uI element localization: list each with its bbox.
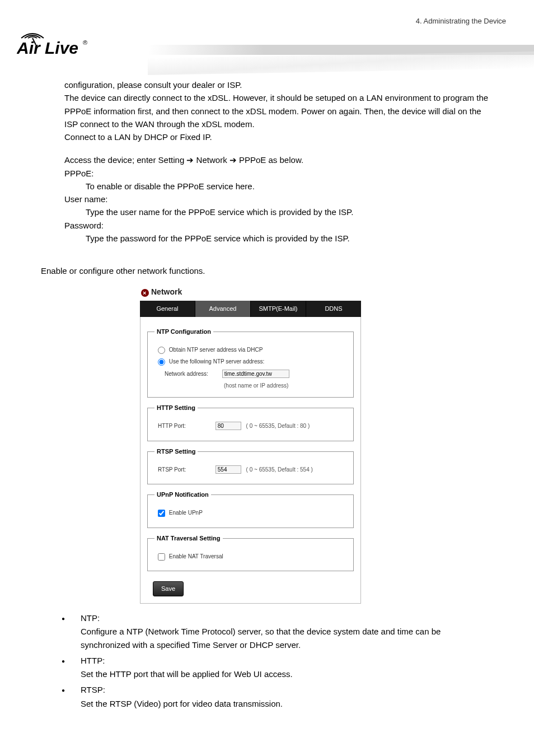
nat-label: Enable NAT Traversal — [169, 553, 223, 559]
brand-logo: Air Live ® — [17, 28, 90, 61]
chapter-label: 4. Administrating the Device — [416, 17, 506, 25]
panel-title-text: Network — [151, 287, 182, 296]
rtsp-port-input[interactable] — [216, 465, 241, 474]
password-text: Type the password for the PPPoE service … — [64, 232, 492, 245]
tab-advanced[interactable]: Advanced — [195, 301, 251, 317]
bullet-ntp-body: Configure a NTP (Network Time Protocol) … — [81, 625, 492, 651]
upnp-checkbox[interactable] — [158, 510, 165, 517]
svg-text:Air Live: Air Live — [17, 39, 78, 57]
header-swoosh — [148, 52, 534, 75]
text: Network — [194, 155, 229, 165]
bullet-icon: ● — [62, 654, 81, 681]
bullet-http-title: HTTP: — [81, 654, 492, 667]
nat-checkbox[interactable] — [158, 553, 165, 561]
upnp-fieldset: UPnP Notification Enable UPnP — [147, 490, 354, 528]
bullet-http-body: Set the HTTP port that will be applied f… — [81, 668, 492, 680]
panel-title: Network — [140, 283, 361, 301]
paragraph: The device can directly connect to the x… — [64, 91, 492, 130]
access-path-line: Access the device; enter Setting ➔ Netwo… — [64, 153, 492, 166]
pppoe-label: PPPoE: — [64, 167, 492, 180]
ntp-dhcp-label: Obtain NTP server address via DHCP — [169, 347, 263, 353]
ntp-fieldset: NTP Configuration Obtain NTP server addr… — [147, 327, 354, 398]
rtsp-legend: RTSP Setting — [154, 447, 198, 456]
username-text: Type the user name for the PPPoE service… — [64, 206, 492, 218]
upnp-label: Enable UPnP — [169, 510, 203, 516]
tab-smtp[interactable]: SMTP(E-Mail) — [251, 301, 306, 317]
text: PPPoE as below. — [237, 155, 303, 165]
rtsp-port-hint: ( 0 ~ 65535, Default : 554 ) — [246, 466, 313, 473]
tab-ddns[interactable]: DDNS — [306, 301, 361, 317]
network-settings-panel: Network General Advanced SMTP(E-Mail) DD… — [140, 283, 361, 604]
ntp-manual-label: Use the following NTP server address: — [169, 358, 264, 365]
nat-legend: NAT Traversal Setting — [154, 534, 223, 543]
pppoe-text: To enable or disable the PPPoE service h… — [64, 180, 492, 193]
bullet-rtsp-title: RTSP: — [81, 683, 492, 696]
rtsp-fieldset: RTSP Setting RTSP Port: ( 0 ~ 65535, Def… — [147, 447, 354, 485]
tab-general[interactable]: General — [140, 301, 195, 317]
bullet-icon: ● — [62, 612, 81, 651]
text: Access the device; enter Setting — [64, 155, 186, 165]
paragraph: Connect to a LAN by DHCP or Fixed IP. — [64, 130, 492, 143]
ntp-manual-radio[interactable] — [158, 358, 165, 366]
ntp-dhcp-radio[interactable] — [158, 347, 165, 354]
rtsp-port-label: RTSP Port: — [158, 465, 214, 474]
nat-fieldset: NAT Traversal Setting Enable NAT Travers… — [147, 534, 354, 572]
http-port-hint: ( 0 ~ 65535, Default : 80 ) — [246, 423, 310, 429]
configure-heading: Enable or configure other network functi… — [41, 264, 492, 277]
password-label: Password: — [64, 219, 492, 232]
http-legend: HTTP Setting — [154, 403, 198, 413]
ntp-address-label: Network address: — [165, 370, 221, 379]
arrow-right-icon: ➔ — [229, 155, 237, 165]
close-icon — [141, 289, 149, 297]
upnp-legend: UPnP Notification — [154, 490, 211, 500]
ntp-address-input[interactable] — [222, 370, 289, 378]
http-port-input[interactable] — [216, 422, 241, 430]
ntp-legend: NTP Configuration — [154, 327, 213, 337]
username-label: User name: — [64, 193, 492, 206]
tab-bar: General Advanced SMTP(E-Mail) DDNS — [140, 301, 361, 317]
bullet-rtsp-body: Set the RTSP (Video) port for video data… — [81, 697, 492, 710]
ntp-address-hint: (host name or IP address) — [224, 381, 346, 390]
paragraph: configuration, please consult your deale… — [64, 78, 492, 91]
http-fieldset: HTTP Setting HTTP Port: ( 0 ~ 65535, Def… — [147, 403, 354, 441]
bullet-ntp-title: NTP: — [81, 612, 492, 624]
arrow-right-icon: ➔ — [186, 155, 194, 165]
save-button[interactable]: Save — [153, 581, 184, 596]
svg-text:®: ® — [83, 39, 87, 46]
http-port-label: HTTP Port: — [158, 422, 214, 431]
bullet-icon: ● — [62, 683, 81, 710]
